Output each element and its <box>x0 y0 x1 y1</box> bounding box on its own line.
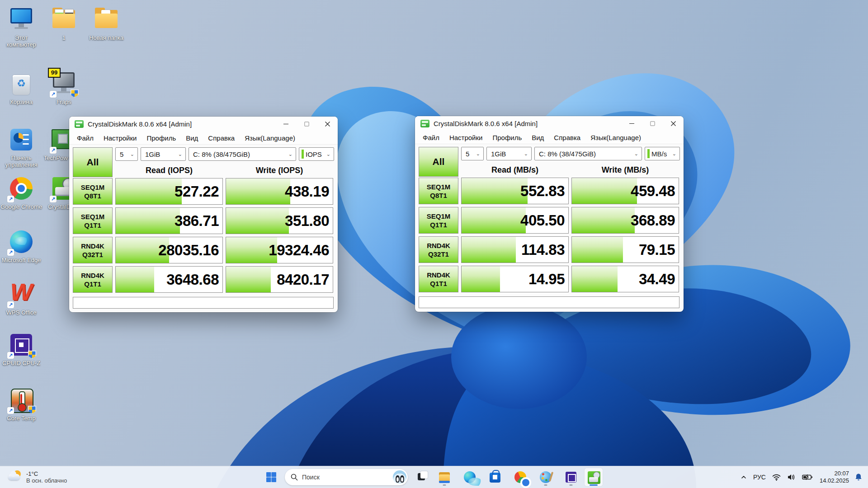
menu-item[interactable]: Вид <box>527 134 549 141</box>
maximize-button[interactable] <box>296 117 317 131</box>
shortcut-arrow-icon: ↗ <box>7 301 14 308</box>
desktop-icon-core-temp[interactable]: ↗ Core Temp <box>0 387 43 422</box>
menu-item[interactable]: Файл <box>72 134 99 142</box>
desktop-icon-folder-1[interactable]: 1 <box>42 6 85 41</box>
menu-item[interactable]: Язык(Language) <box>585 134 646 141</box>
desktop-icon-new-folder[interactable]: Новая папка <box>85 6 128 41</box>
file-explorer-button[interactable] <box>435 468 453 486</box>
test-row-button[interactable]: SEQ1M Q1T1 <box>73 207 113 234</box>
wps-office-icon: W↗ <box>8 281 34 307</box>
write-value: 34.49 <box>639 266 675 292</box>
test-row-button[interactable]: SEQ1M Q8T1 <box>73 178 113 205</box>
menu-item[interactable]: Язык(Language) <box>240 134 300 142</box>
crystaldiskmark-button-active[interactable] <box>585 468 603 486</box>
desktop-icon-google-chrome[interactable]: ↗ Google Chrome <box>0 175 43 210</box>
maximize-button[interactable] <box>642 116 663 131</box>
test-row-button[interactable]: SEQ1M Q1T1 <box>419 207 458 234</box>
test-row-button[interactable]: RND4K Q1T1 <box>419 266 458 292</box>
result-bar <box>116 267 154 292</box>
window-titlebar[interactable]: CrystalDiskMark 8.0.6 x64 [Admin] <box>69 117 338 131</box>
desktop-icon-fraps[interactable]: 99↗ Fraps <box>42 70 85 105</box>
tray-time: 20:07 <box>834 470 849 477</box>
chrome-icon: ↗ <box>8 175 34 202</box>
test-queue-thread: Q32T1 <box>428 250 449 258</box>
close-button[interactable] <box>317 117 338 131</box>
chevron-down-icon: ⌄ <box>672 151 676 157</box>
shortcut-arrow-icon: ↗ <box>7 407 14 414</box>
wifi-icon[interactable] <box>769 468 784 486</box>
write-result-cell: 351.80 <box>226 207 333 234</box>
desktop-icon-recycle-bin[interactable]: ♻ Корзина <box>0 70 43 105</box>
menu-item[interactable]: Профиль <box>487 134 527 141</box>
test-row-button[interactable]: RND4K Q32T1 <box>419 236 458 263</box>
paint-button[interactable] <box>537 468 555 486</box>
desktop-icon-wps-office[interactable]: W↗ WPS Office <box>0 281 43 316</box>
menu-item[interactable]: Файл <box>418 134 444 141</box>
taskbar-search[interactable]: Поиск <box>285 469 408 485</box>
recycle-bin-icon: ♻ <box>8 70 34 97</box>
result-bar <box>572 178 637 204</box>
test-name: RND4K <box>427 271 450 279</box>
desktop-icon-this-pc[interactable]: Этот компьютер <box>0 6 43 48</box>
test-row-button[interactable]: RND4K Q1T1 <box>73 266 113 293</box>
battery-charging-icon[interactable] <box>799 468 816 486</box>
read-column-header: Read (MB/s) <box>461 163 569 177</box>
read-value: 114.83 <box>521 237 565 263</box>
target-drive-select[interactable]: C: 8% (38/475GiB)⌄ <box>534 147 642 160</box>
edge-button[interactable] <box>461 468 479 486</box>
read-value: 552.83 <box>520 178 565 204</box>
desktop-icon-microsoft-edge[interactable]: ↗ Microsoft Edge <box>0 229 43 263</box>
volume-icon[interactable] <box>784 468 799 486</box>
shortcut-arrow-icon: ↗ <box>50 91 57 98</box>
task-view-button[interactable] <box>414 468 432 486</box>
menu-item[interactable]: Справка <box>549 134 585 141</box>
minimize-button[interactable] <box>275 117 296 131</box>
crystaldiskmark-app-icon <box>420 120 429 127</box>
taskbar-clock[interactable]: 20:07 14.02.2025 <box>816 470 853 484</box>
window-title: CrystalDiskMark 8.0.6 x64 [Admin] <box>434 120 538 127</box>
minimize-button[interactable] <box>621 116 642 131</box>
test-size-select[interactable]: 1GiB⌄ <box>486 147 532 160</box>
cpu-z-button[interactable] <box>562 468 580 486</box>
unit-select[interactable]: MB/s⌄ <box>645 147 680 160</box>
read-value: 28035.16 <box>158 237 219 263</box>
menu-item[interactable]: Настройки <box>444 134 488 141</box>
language-indicator[interactable]: РУС <box>750 468 769 486</box>
chevron-down-icon: ⌄ <box>524 151 528 157</box>
menu-item[interactable]: Справка <box>203 134 240 142</box>
read-value: 386.71 <box>175 208 219 234</box>
test-row-button[interactable]: SEQ1M Q8T1 <box>419 178 458 204</box>
window-title: CrystalDiskMark 8.0.6 x64 [Admin] <box>88 120 192 128</box>
start-button[interactable] <box>262 468 280 486</box>
this-pc-icon <box>8 6 34 33</box>
result-bar <box>226 208 289 234</box>
write-value: 8420.17 <box>277 267 329 292</box>
close-button[interactable] <box>663 116 684 131</box>
tray-chevron-up-icon[interactable] <box>737 468 750 486</box>
window-titlebar[interactable]: CrystalDiskMark 8.0.6 x64 [Admin] <box>415 116 684 131</box>
weather-widget[interactable]: -1°C В осн. облачно <box>5 468 70 486</box>
target-drive-select[interactable]: C: 8% (38/475GiB)⌄ <box>189 147 296 161</box>
menu-item[interactable]: Настройки <box>99 134 142 142</box>
desktop-icon-cpu-z[interactable]: ↗ CPUID CPU-Z <box>0 332 43 366</box>
notification-bell-icon[interactable] <box>853 468 868 486</box>
shortcut-arrow-icon: ↗ <box>50 196 57 202</box>
desktop-icon-control-panel[interactable]: Панель управления <box>0 127 43 168</box>
chrome-button[interactable] <box>511 468 529 486</box>
test-count-select[interactable]: 5⌄ <box>461 147 484 160</box>
test-count-select[interactable]: 5⌄ <box>115 147 138 161</box>
search-highlight-image <box>393 470 406 484</box>
test-name: SEQ1M <box>81 183 105 192</box>
run-all-button[interactable]: All <box>73 147 113 177</box>
unit-select[interactable]: IOPS⌄ <box>299 147 334 161</box>
test-row-button[interactable]: RND4K Q32T1 <box>73 237 113 263</box>
result-bar <box>226 267 271 292</box>
test-queue-thread: Q32T1 <box>82 250 103 259</box>
status-bar <box>73 297 334 309</box>
write-result-cell: 459.48 <box>571 178 679 204</box>
test-size-select[interactable]: 1GiB⌄ <box>141 147 186 161</box>
run-all-button[interactable]: All <box>419 147 458 177</box>
menu-item[interactable]: Профиль <box>142 134 181 142</box>
menu-item[interactable]: Вид <box>181 134 203 142</box>
microsoft-store-button[interactable] <box>486 468 504 486</box>
